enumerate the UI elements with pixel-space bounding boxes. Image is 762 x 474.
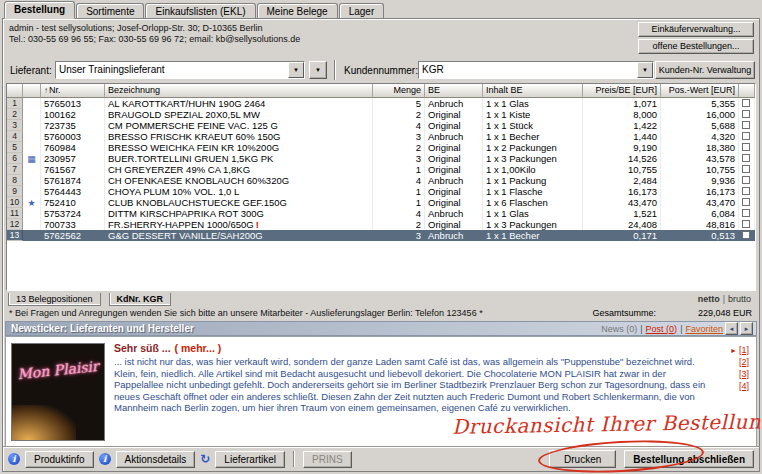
tab-bestellung[interactable]: Bestellung	[4, 1, 75, 19]
price-per-unit: 2,484	[583, 175, 661, 186]
row-checkbox[interactable]	[742, 110, 750, 118]
aktionsdetails-button[interactable]: Aktionsdetails	[116, 451, 196, 468]
price-per-unit: 1,422	[583, 120, 661, 131]
kdnr-tab[interactable]: KdNr. KGR	[109, 293, 172, 306]
column-header-nr[interactable]: ↑Nr.	[41, 84, 105, 98]
info-icon[interactable]: i	[8, 453, 20, 465]
row-icon-cell	[23, 131, 41, 142]
column-header-bezeichnung[interactable]: Bezeichnung	[105, 84, 373, 98]
unit-type: Anbruch	[425, 230, 483, 241]
belegpositionen-tab[interactable]: 13 Belegpositionen	[8, 293, 101, 306]
table-row[interactable]: 115753724DITTM KIRSCHPAPRIKA ROT 300G4An…	[7, 208, 755, 219]
row-checkbox[interactable]	[742, 220, 750, 228]
toolbar-divider	[293, 451, 295, 467]
row-checkbox[interactable]	[742, 99, 750, 107]
row-checkbox[interactable]	[742, 143, 750, 151]
table-row[interactable]: 6▦230957BUER.TORTELLINI GRUEN 1,5KG PK3O…	[7, 153, 755, 164]
news-page-link[interactable]: [4]	[739, 381, 749, 391]
article-name: FR.SHERRY-HAPPEN 1000/650G!	[105, 219, 373, 230]
news-page-link[interactable]: [3]	[739, 369, 749, 379]
table-row[interactable]: 3723735CM POMMERSCHE FEINE VAC. 125 G4Or…	[7, 120, 755, 131]
row-icon-cell	[23, 230, 41, 241]
row-icon-cell	[23, 219, 41, 230]
info-icon[interactable]: i	[99, 453, 111, 465]
brutto-link[interactable]: brutto	[728, 294, 751, 304]
row-icon-cell	[23, 208, 41, 219]
kundennummer-combobox[interactable]: KGR ▼	[418, 61, 654, 79]
row-checkbox-cell	[739, 197, 755, 208]
lieferant-history-dropdown-button[interactable]: ▼	[309, 61, 327, 79]
prev-news-icon[interactable]: ◄	[725, 322, 738, 335]
price-per-unit: 1,071	[583, 98, 661, 109]
article-name: CH OFENKAESE KNOBLAUCH 60%320G	[105, 175, 373, 186]
table-row[interactable]: 95764443CHOYA PLUM 10% VOL. 1,0 L1Origin…	[7, 186, 755, 197]
table-row[interactable]: 85761874CH OFENKAESE KNOBLAUCH 60%320G4A…	[7, 175, 755, 186]
chevron-down-icon[interactable]: ▼	[637, 62, 653, 78]
row-number: 9	[7, 186, 23, 197]
chevron-down-icon[interactable]: ▼	[288, 62, 304, 78]
news-link[interactable]: News (0)	[601, 324, 637, 334]
column-header-be[interactable]: BE	[425, 84, 483, 98]
tab-meine-belege[interactable]: Meine Belege	[257, 3, 338, 18]
produktinfo-button[interactable]: Produktinfo	[25, 451, 94, 468]
news-page-link[interactable]: [1]	[739, 345, 749, 355]
lieferant-value: Unser Trainingslieferant	[56, 62, 288, 78]
article-number: 761567	[41, 164, 105, 175]
row-checkbox[interactable]	[742, 209, 750, 217]
row-number: 1	[7, 98, 23, 109]
summary-row: * Bei Fragen und Anregungen wenden Sie s…	[6, 307, 756, 320]
post-link[interactable]: Post (0)	[646, 324, 678, 334]
table-row[interactable]: 10★752410CLUB KNOBLAUCHSTUECKE GEF.150G1…	[7, 197, 755, 208]
netto-link[interactable]: netto	[698, 294, 720, 304]
row-checkbox-cell	[739, 142, 755, 153]
kunden-nr-verwaltung-button[interactable]: Kunden-Nr. Verwaltung	[655, 61, 755, 79]
offene-bestellungen-button[interactable]: offene Bestellungen...	[638, 39, 754, 54]
news-page-link[interactable]: [2]	[739, 357, 749, 367]
quantity: 4	[373, 120, 425, 131]
refresh-icon[interactable]: ↻	[200, 452, 210, 466]
unit-type: Anbruch	[425, 131, 483, 142]
row-checkbox[interactable]	[742, 231, 750, 239]
drucken-button[interactable]: Drucken	[549, 450, 616, 468]
row-checkbox[interactable]	[742, 165, 750, 173]
table-row[interactable]: 5760984BRESSO WEICHKA FEIN KR 10%200G2Or…	[7, 142, 755, 153]
column-header-preis-be[interactable]: Preis/BE [EUR]	[583, 84, 661, 98]
unit-type: Anbruch	[425, 98, 483, 109]
tab-sortimente[interactable]: Sortimente	[76, 3, 144, 18]
table-row[interactable]: 2100162BRAUGOLD SPEZIAL 20X0,5L MW2Origi…	[7, 109, 755, 120]
row-checkbox[interactable]	[742, 154, 750, 162]
row-checkbox[interactable]	[742, 176, 750, 184]
quantity: 2	[373, 109, 425, 120]
row-icon-cell: ★	[23, 197, 41, 208]
table-row[interactable]: 7761567CH GREYERZER 49% CA 1,8KG1Origina…	[7, 164, 755, 175]
content-per-unit: 1 x 1 Packung	[483, 175, 583, 186]
news-image[interactable]: Mon Plaisir	[11, 343, 105, 441]
lieferartikel-button[interactable]: Lieferartikel	[215, 451, 285, 468]
table-row[interactable]: 45760003BRESSO FRISCHK KRAEUT 60% 150G3A…	[7, 131, 755, 142]
article-number: 230957	[41, 153, 105, 164]
column-header-menge[interactable]: Menge	[373, 84, 425, 98]
content-per-unit: 1 x 1 Glas	[483, 98, 583, 109]
mehr-link[interactable]: ( mehr... )	[175, 342, 222, 354]
column-header-inhalt-be[interactable]: Inhalt BE	[483, 84, 583, 98]
table-row[interactable]: 15765013AL KAROTTKART/HUHN 190G 24645Anb…	[7, 98, 755, 109]
lieferant-combobox[interactable]: Unser Trainingslieferant ▼	[55, 61, 305, 79]
einkaeuferverwaltung-button[interactable]: Einkäuferverwaltung...	[638, 22, 754, 37]
row-checkbox[interactable]	[742, 121, 750, 129]
row-checkbox[interactable]	[742, 198, 750, 206]
favoriten-link[interactable]: Favoriten	[685, 324, 723, 334]
bestellung-abschliessen-button[interactable]: Bestellung abschließen	[624, 450, 754, 468]
row-checkbox[interactable]	[742, 132, 750, 140]
position-value: 48,816	[661, 219, 739, 230]
row-checkbox[interactable]	[742, 187, 750, 195]
order-table: ↑Nr. Bezeichnung Menge BE Inhalt BE Prei…	[6, 83, 756, 291]
table-row[interactable]: 12700733FR.SHERRY-HAPPEN 1000/650G!2Orig…	[7, 219, 755, 230]
row-icon-cell	[23, 142, 41, 153]
tab-lager[interactable]: Lager	[339, 3, 385, 18]
tab-einkaufslisten-ekl[interactable]: Einkaufslisten (EKL)	[145, 3, 255, 18]
article-name: DITTM KIRSCHPAPRIKA ROT 300G	[105, 208, 373, 219]
column-header-pos-wert[interactable]: Pos.-Wert [EUR]	[661, 84, 739, 98]
pipe-separator: |	[680, 324, 682, 334]
next-news-icon[interactable]: ►	[740, 322, 753, 335]
table-row[interactable]: 135762562G&G DESSERT VANILLE/SAH200G3Anb…	[7, 230, 755, 241]
